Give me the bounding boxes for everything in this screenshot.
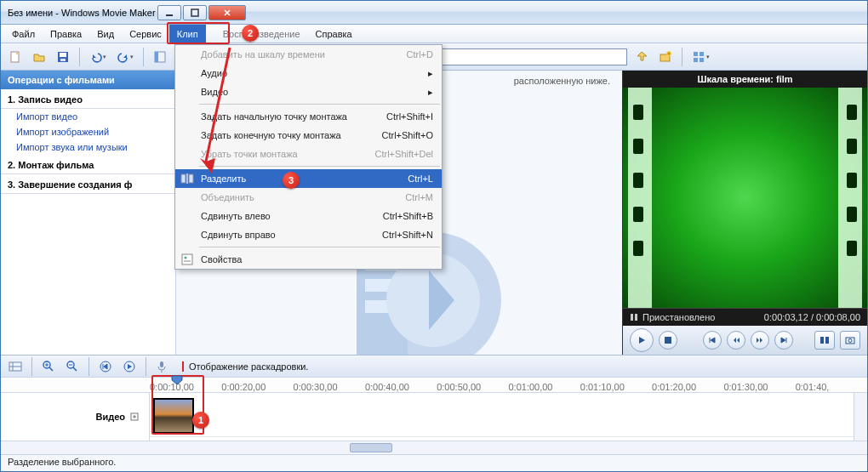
svg-rect-19 bbox=[820, 337, 824, 344]
svg-rect-40 bbox=[189, 174, 193, 183]
tasks-pane-icon[interactable] bbox=[151, 48, 169, 66]
new-folder-icon[interactable] bbox=[656, 48, 675, 66]
task-pane: Операции с фильмами 1. Запись видео Импо… bbox=[1, 71, 176, 355]
callout-3: 3 bbox=[283, 172, 300, 189]
narrate-icon[interactable] bbox=[153, 357, 172, 376]
expand-track-icon[interactable] bbox=[130, 412, 139, 421]
statusbar: Разделение выбранного. bbox=[1, 454, 867, 471]
svg-rect-35 bbox=[160, 361, 163, 367]
properties-icon bbox=[180, 253, 194, 266]
preview-title: Шкала времени: film bbox=[623, 71, 867, 88]
menubar: Файл Правка Вид Сервис Клип Воспроизведе… bbox=[1, 25, 867, 43]
menu-set-start-trim[interactable]: Задать начальную точку монтажаCtrl+Shift… bbox=[175, 107, 442, 126]
menu-tools[interactable]: Сервис bbox=[122, 25, 169, 43]
undo-button[interactable]: ▾ bbox=[87, 48, 109, 66]
menu-edit[interactable]: Правка bbox=[43, 25, 89, 43]
section-capture[interactable]: 1. Запись видео bbox=[1, 89, 175, 109]
callout-1: 1 bbox=[192, 412, 209, 429]
play-button[interactable] bbox=[630, 328, 654, 352]
storyboard-toggle-icon[interactable] bbox=[6, 357, 25, 376]
section-finish[interactable]: 3. Завершение создания ф bbox=[1, 174, 175, 194]
link-import-audio[interactable]: Импорт звука или музыки bbox=[1, 139, 175, 155]
clip-menu-dropdown: Добавить на шкалу времениCtrl+D Аудио▸ В… bbox=[174, 44, 443, 270]
stop-button[interactable] bbox=[659, 331, 677, 350]
menu-clear-trim[interactable]: Убрать точки монтажаCtrl+Shift+Del bbox=[175, 145, 442, 163]
collection-combo[interactable] bbox=[414, 48, 627, 65]
link-import-images[interactable]: Импорт изображений bbox=[1, 124, 175, 139]
svg-rect-5 bbox=[60, 59, 66, 61]
minimize-button[interactable] bbox=[157, 5, 181, 20]
video-track-label: Видео bbox=[1, 393, 150, 441]
open-icon[interactable] bbox=[30, 48, 49, 66]
svg-point-22 bbox=[848, 339, 852, 343]
statusbar-text: Разделение выбранного. bbox=[8, 457, 116, 467]
timeline-area: Отображение раскадровки. 0:00:10,00 0:00… bbox=[1, 355, 867, 454]
menu-split[interactable]: РазделитьCtrl+L bbox=[175, 169, 442, 188]
zoom-out-icon[interactable] bbox=[63, 357, 82, 376]
svg-rect-15 bbox=[700, 58, 704, 62]
menu-combine[interactable]: ОбъединитьCtrl+M bbox=[175, 188, 442, 207]
window-title: Без имени - Windows Movie Maker bbox=[8, 8, 156, 18]
timeline-rewind-icon[interactable] bbox=[96, 357, 115, 376]
svg-rect-17 bbox=[635, 314, 637, 321]
prev-clip-button[interactable] bbox=[703, 331, 722, 350]
timeline-clip[interactable] bbox=[153, 398, 194, 434]
menu-add-timeline[interactable]: Добавить на шкалу времениCtrl+D bbox=[175, 45, 442, 64]
view-thumbnails-button[interactable]: ▾ bbox=[689, 48, 711, 66]
svg-point-43 bbox=[185, 257, 187, 259]
link-import-video[interactable]: Импорт видео bbox=[1, 109, 175, 124]
menu-nudge-left[interactable]: Сдвинуть влевоCtrl+Shift+B bbox=[175, 207, 442, 225]
menu-clip[interactable]: Клип bbox=[169, 25, 206, 43]
zoom-in-icon[interactable] bbox=[39, 357, 58, 376]
timeline-play-icon[interactable] bbox=[120, 357, 139, 376]
svg-rect-16 bbox=[631, 314, 633, 321]
svg-rect-13 bbox=[700, 52, 704, 56]
maximize-button[interactable] bbox=[183, 5, 207, 20]
menu-audio-submenu[interactable]: Аудио▸ bbox=[175, 64, 442, 82]
save-icon[interactable] bbox=[54, 48, 72, 66]
menu-nudge-right[interactable]: Сдвинуть вправоCtrl+Shift+N bbox=[175, 225, 442, 244]
preview-status-bar: Приостановлено 0:00:03,12 / 0:00:08,00 bbox=[623, 308, 867, 326]
up-level-icon[interactable] bbox=[632, 48, 651, 66]
svg-line-27 bbox=[49, 367, 53, 371]
snapshot-button[interactable] bbox=[840, 331, 860, 350]
timeline-vscroll[interactable] bbox=[854, 393, 867, 441]
close-button[interactable] bbox=[208, 5, 246, 20]
split-clip-button[interactable] bbox=[814, 331, 835, 350]
pause-icon bbox=[630, 313, 638, 321]
svg-rect-18 bbox=[665, 337, 671, 344]
section-edit[interactable]: 2. Монтаж фильма bbox=[1, 155, 175, 174]
preview-screen[interactable] bbox=[623, 88, 867, 308]
callout-2: 2 bbox=[242, 25, 259, 42]
preview-status-text: Приостановлено bbox=[642, 312, 715, 322]
timeline-ruler[interactable]: 0:00:10,00 0:00:20,00 0:00:30,00 0:00:40… bbox=[1, 378, 867, 393]
titlebar: Без имени - Windows Movie Maker bbox=[1, 1, 867, 25]
menu-view[interactable]: Вид bbox=[89, 25, 122, 43]
timeline-hscroll[interactable] bbox=[1, 441, 867, 454]
menu-help[interactable]: Справка bbox=[308, 25, 360, 43]
next-clip-button[interactable] bbox=[774, 331, 793, 350]
forward-button[interactable] bbox=[751, 331, 769, 350]
new-project-icon[interactable] bbox=[6, 48, 25, 66]
svg-rect-12 bbox=[694, 52, 698, 56]
video-track[interactable] bbox=[150, 396, 867, 437]
redo-button[interactable]: ▾ bbox=[114, 48, 136, 66]
preview-controls bbox=[623, 326, 867, 355]
preview-pane: Шкала времени: film Приостановлено 0:00:… bbox=[622, 71, 867, 355]
preview-timecode: 0:00:03,12 / 0:00:08,00 bbox=[764, 312, 860, 322]
svg-line-31 bbox=[73, 367, 77, 371]
timeline-message[interactable]: Отображение раскадровки. bbox=[182, 361, 308, 372]
menu-video-submenu[interactable]: Видео▸ bbox=[175, 82, 442, 101]
svg-rect-20 bbox=[825, 337, 829, 344]
playhead-marker-icon[interactable] bbox=[171, 375, 183, 384]
taskpane-header: Операции с фильмами bbox=[1, 71, 175, 89]
svg-rect-14 bbox=[694, 58, 698, 62]
menu-file[interactable]: Файл bbox=[4, 25, 43, 43]
menu-properties[interactable]: Свойства bbox=[175, 250, 442, 269]
menu-set-end-trim[interactable]: Задать конечную точку монтажаCtrl+Shift+… bbox=[175, 126, 442, 145]
rewind-button[interactable] bbox=[727, 331, 745, 350]
svg-rect-0 bbox=[166, 14, 173, 16]
svg-rect-7 bbox=[155, 52, 158, 62]
svg-rect-39 bbox=[181, 174, 186, 183]
split-icon bbox=[180, 172, 194, 185]
